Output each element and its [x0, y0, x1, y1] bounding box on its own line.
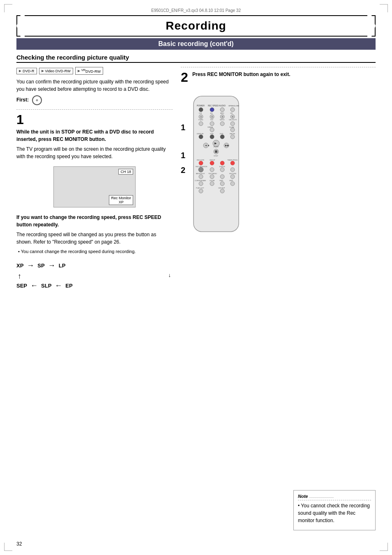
speed-sep: SEP — [16, 283, 27, 289]
badge-dvdr-label: DVD-R — [23, 69, 35, 73]
svg-text:STOP: STOP — [214, 155, 218, 157]
svg-point-2 — [199, 108, 203, 112]
screen-ch: CH 18 — [118, 169, 133, 175]
svg-point-6 — [220, 108, 224, 112]
svg-point-4 — [210, 108, 214, 112]
svg-text:▶▶: ▶▶ — [225, 144, 229, 147]
svg-point-24 — [231, 122, 235, 126]
speed-arrow3: ← — [30, 281, 38, 290]
svg-text:AUDIO: AUDIO — [219, 104, 226, 107]
left-column: ▶ DVD-R ▶ Video DVD-RW ▶ VRDVD-RW You ca… — [16, 67, 173, 296]
remote-step1-label: 1 — [181, 123, 185, 132]
svg-point-67 — [210, 175, 214, 179]
page-number: 32 — [16, 541, 22, 547]
svg-text:ENTER: ENTER — [219, 166, 225, 168]
svg-point-22 — [210, 122, 214, 126]
svg-point-70 — [231, 175, 235, 179]
speed-slp: SLP — [41, 283, 51, 289]
svg-text:PAUSE: PAUSE — [230, 133, 235, 135]
svg-text:OPEN/CLOSE: OPEN/CLOSE — [228, 105, 239, 107]
step-labels: 1 1 2 — [181, 123, 185, 175]
subtitle-text: Basic recording (cont'd) — [158, 40, 233, 47]
svg-point-23 — [220, 122, 224, 126]
svg-point-76 — [220, 182, 224, 186]
svg-point-80 — [199, 189, 203, 193]
svg-text:SETUP: SETUP — [210, 159, 215, 161]
step1-marker: 1 — [16, 109, 173, 126]
svg-text:ZOOM: ZOOM — [210, 180, 214, 182]
svg-text:MNO: MNO — [220, 112, 224, 114]
speed-bullet: • You cannot change the recording speed … — [16, 248, 173, 255]
screen-rec: Rec Monitor XP — [109, 195, 133, 205]
svg-point-40 — [231, 135, 235, 139]
svg-text:VELOCITY: VELOCITY — [229, 119, 237, 121]
badge-vr-label: VRDVD-RW — [81, 68, 101, 74]
right-column: 2 Press REC MONITOR button again to exit… — [181, 67, 376, 296]
svg-text:SKIP: SKIP — [219, 180, 223, 182]
screen-preview: CH 18 Rec Monitor XP — [53, 166, 136, 207]
badge-video-label: Video DVD-RW — [45, 69, 71, 73]
svg-text:◄◄: ◄◄ — [205, 144, 210, 147]
note-box: Note ........................ • You cann… — [293, 490, 376, 530]
main-title: Recording — [166, 19, 226, 32]
speed-diagram: XP → SP → LP ↑ ↓ SEP ← SLP ← EP — [16, 261, 173, 290]
remote-svg: POWER REC SPEED AUDIO OPEN/CLOSE ① ② — [189, 94, 243, 234]
step2-number: 2 — [181, 71, 189, 84]
svg-text:PLAY LIST: PLAY LIST — [196, 187, 204, 189]
section-title: Checking the recording picture quality — [16, 54, 376, 63]
svg-text:CURSOR/NAVI: CURSOR/NAVI — [195, 180, 206, 182]
svg-point-34 — [199, 135, 203, 139]
remote-step2-row2-label: 2 — [181, 166, 185, 175]
badge-video-dvdrw: ▶ Video DVD-RW — [39, 68, 73, 74]
svg-point-62 — [220, 168, 224, 172]
speed-sp: SP — [37, 263, 44, 269]
svg-point-21 — [199, 122, 203, 126]
svg-point-78 — [231, 182, 235, 186]
remote-step2-row1-label: 1 — [181, 151, 185, 160]
svg-point-38 — [220, 135, 224, 139]
speed-arrow2: → — [48, 261, 55, 270]
badge-vr-dvdrw: ▶ VRDVD-RW — [75, 67, 103, 75]
first-label: First: — [16, 95, 173, 105]
svg-point-54 — [210, 161, 214, 165]
svg-text:WXYZ: WXYZ — [220, 119, 225, 121]
svg-text:VCR: VCR — [210, 133, 214, 135]
speed-down-arrow: ↓ — [25, 272, 173, 281]
corner-decoration-bl — [4, 543, 12, 551]
badge-dvdr: ▶ DVD-R — [16, 68, 37, 74]
svg-text:SKIP: SKIP — [229, 180, 233, 182]
speed-body: The recording speed will be changed as y… — [16, 231, 173, 246]
step2-text: Press REC MONITOR button again to exit. — [192, 71, 290, 78]
svg-point-68 — [220, 175, 224, 179]
svg-text:TOP MENU: TOP MENU — [208, 173, 217, 175]
speed-arrow4: ← — [55, 281, 62, 290]
step1-body: The TV program will be on the screen in … — [16, 145, 173, 160]
svg-point-60 — [210, 168, 214, 172]
step2-marker: 2 Press REC MONITOR button again to exit… — [181, 67, 376, 84]
svg-text:CM SKIP: CM SKIP — [218, 187, 225, 189]
svg-point-82 — [220, 189, 224, 193]
speed-heading: If you want to change the recording spee… — [16, 214, 173, 228]
main-content: ▶ DVD-R ▶ Video DVD-RW ▶ VRDVD-RW You ca… — [16, 67, 376, 296]
svg-point-36 — [210, 135, 214, 139]
speed-arrow1: → — [27, 261, 34, 270]
svg-text:RETURN: RETURN — [229, 173, 236, 175]
svg-point-59 — [198, 167, 203, 172]
note-title: Note ........................ — [298, 494, 371, 500]
svg-point-74 — [210, 182, 214, 186]
svg-text:DISPLAY: DISPLAY — [197, 133, 204, 135]
svg-text:ON: ON — [230, 112, 233, 114]
corner-decoration-br — [380, 543, 388, 551]
corner-decoration-tl — [4, 4, 12, 12]
disc-icon — [32, 95, 42, 105]
vr-icon: ▶ — [78, 69, 80, 73]
svg-text:MENU/LIST: MENU/LIST — [196, 173, 205, 175]
svg-point-72 — [199, 182, 203, 186]
speed-xp: XP — [16, 263, 23, 269]
svg-text:REC SPEED: REC SPEED — [208, 105, 219, 107]
speed-lp: LP — [59, 263, 66, 269]
page-container: E9501CD_EN/FR_v3.qx3 04.8.10 12:01 Page … — [0, 0, 392, 555]
dvdr-icon: ▶ — [19, 69, 21, 73]
svg-text:REC/OTR: REC/OTR — [197, 159, 204, 161]
svg-text:TIMER PROG: TIMER PROG — [227, 159, 238, 161]
